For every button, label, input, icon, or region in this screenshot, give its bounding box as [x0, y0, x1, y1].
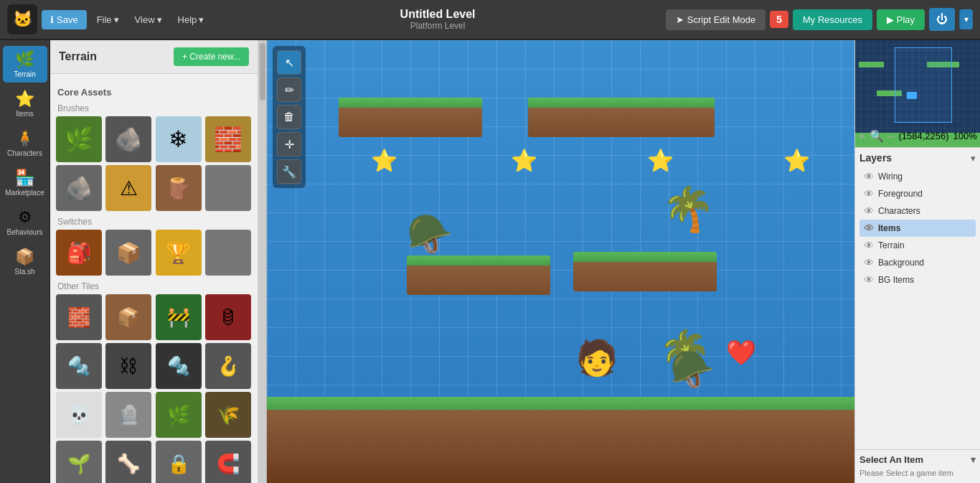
- star-2: ⭐: [511, 148, 537, 173]
- terrain-icon: 🌿: [15, 50, 34, 69]
- dropdown-arrow-button[interactable]: ▾: [959, 9, 973, 29]
- minimap-zoom-in[interactable]: +: [858, 130, 864, 143]
- create-new-button[interactable]: + Create new...: [174, 47, 249, 66]
- select-item-section: Select An Item ▾ Please Select a game it…: [855, 449, 980, 483]
- asset-tile[interactable]: 🧱: [205, 116, 251, 162]
- notification-badge[interactable]: 5: [770, 11, 788, 28]
- help-menu[interactable]: Help ▾: [172, 10, 210, 29]
- layers-chevron-icon[interactable]: ▾: [971, 153, 976, 164]
- sidebar-item-marketplace[interactable]: 🏪 Marketplace: [3, 164, 47, 201]
- layer-item-wiring[interactable]: 👁 Wiring: [859, 168, 976, 185]
- minimap-viewport[interactable]: [895, 47, 952, 123]
- platform-top-right: [528, 98, 715, 137]
- layer-name-foreground: Foreground: [878, 189, 971, 199]
- asset-tile[interactable]: 🌿: [56, 116, 102, 162]
- asset-tile[interactable]: 🌿: [156, 392, 202, 438]
- game-canvas[interactable]: ⭐ ⭐ ⭐ ⭐ 🪖 🌴 🌴 🧑 ❤️ 🪖 ↖ ✏ 🗑 ✛ �: [267, 40, 854, 483]
- asset-tile[interactable]: ❄: [156, 116, 202, 162]
- asset-panel-scrollbar[interactable]: [258, 40, 267, 483]
- layer-visibility-icon[interactable]: 👁: [864, 188, 874, 200]
- minimap-platform: [859, 62, 884, 67]
- power-button[interactable]: ⏻: [929, 8, 955, 31]
- layers-section: Layers ▾ 👁 Wiring 👁 Foreground 👁 Charact…: [855, 148, 980, 449]
- star-1: ⭐: [371, 148, 397, 173]
- move-tool-button[interactable]: ✛: [277, 132, 301, 156]
- draw-tool-button[interactable]: ✏: [277, 78, 301, 102]
- erase-tool-button[interactable]: 🗑: [277, 105, 301, 129]
- minimap-zoom-out[interactable]: –: [888, 130, 895, 143]
- layer-item-characters[interactable]: 👁 Characters: [859, 202, 976, 220]
- layer-item-items[interactable]: 👁 Items: [859, 220, 976, 237]
- asset-tile[interactable]: ⛓: [105, 343, 151, 389]
- app-logo: 🐱: [7, 4, 37, 34]
- settings-tool-button[interactable]: 🔧: [277, 159, 301, 184]
- select-item-chevron-icon[interactable]: ▾: [971, 454, 976, 465]
- layer-visibility-icon[interactable]: 👁: [864, 257, 874, 268]
- sidebar-item-items[interactable]: ⭐ Items: [3, 85, 47, 122]
- platform-mid: [407, 255, 550, 295]
- heart-item: ❤️: [726, 338, 756, 367]
- file-menu[interactable]: File ▾: [91, 10, 125, 29]
- save-button[interactable]: ℹ Save: [42, 10, 87, 29]
- platform-top-left: [339, 98, 482, 137]
- asset-tile[interactable]: [205, 165, 251, 211]
- layer-item-background[interactable]: 👁 Background: [859, 254, 976, 271]
- asset-tile[interactable]: 🏆: [156, 230, 202, 276]
- asset-tile[interactable]: 💀: [56, 392, 102, 438]
- sidebar-item-stash[interactable]: 📦 Sta.sh: [3, 243, 47, 280]
- my-resources-button[interactable]: My Resources: [793, 9, 872, 30]
- layer-visibility-icon[interactable]: 👁: [864, 222, 874, 234]
- layer-name-wiring: Wiring: [878, 172, 971, 182]
- layer-visibility-icon[interactable]: 👁: [864, 171, 874, 182]
- script-icon: ➤: [676, 14, 684, 25]
- asset-tile[interactable]: [205, 230, 251, 276]
- asset-tile[interactable]: 🌱: [56, 441, 102, 483]
- star-3: ⭐: [647, 148, 674, 173]
- script-edit-button[interactable]: ➤ Script Edit Mode: [666, 9, 765, 30]
- asset-tile[interactable]: 🧲: [205, 441, 251, 483]
- asset-tile[interactable]: 🧱: [56, 294, 102, 340]
- select-tool-button[interactable]: ↖: [277, 50, 301, 75]
- stash-label: Sta.sh: [14, 268, 34, 276]
- layer-visibility-icon[interactable]: 👁: [864, 274, 874, 286]
- items-icon: ⭐: [15, 90, 34, 108]
- main-layout: 🌿 Terrain ⭐ Items 🧍 Characters 🏪 Marketp…: [0, 40, 980, 483]
- sidebar-item-terrain[interactable]: 🌿 Terrain: [3, 46, 47, 83]
- sidebar-item-characters[interactable]: 🧍 Characters: [3, 125, 47, 161]
- select-item-title: Select An Item: [859, 454, 923, 465]
- minimap-zoom-search[interactable]: 🔍: [870, 129, 884, 143]
- sidebar-item-behaviours[interactable]: ⚙ Behaviours: [3, 204, 47, 240]
- asset-panel-content: Core Assets Brushes 🌿 🪨 ❄ 🧱 🪨 ⚠ 🪵 Switch…: [50, 74, 258, 483]
- asset-panel-title: Terrain: [59, 50, 97, 63]
- view-menu[interactable]: View ▾: [129, 10, 168, 29]
- play-button[interactable]: ▶ Play: [877, 9, 925, 30]
- asset-tile[interactable]: 🔒: [156, 441, 202, 483]
- asset-tile[interactable]: 🎒: [56, 230, 102, 276]
- asset-tile[interactable]: 🪨: [105, 116, 151, 162]
- asset-tile[interactable]: 🪦: [105, 392, 151, 438]
- switches-grid: 🎒 📦 🏆: [56, 230, 252, 276]
- topbar: 🐱 ℹ Save File ▾ View ▾ Help ▾ Untitled L…: [0, 0, 980, 40]
- asset-tile[interactable]: 📦: [105, 230, 151, 276]
- asset-tile[interactable]: 🔩: [156, 343, 202, 389]
- switches-subtitle: Switches: [57, 217, 252, 227]
- layer-item-bg-items[interactable]: 👁 BG Items: [859, 271, 976, 289]
- layer-visibility-icon[interactable]: 👁: [864, 240, 874, 251]
- asset-tile[interactable]: ⚠: [105, 165, 151, 211]
- asset-tile[interactable]: 🔩: [56, 343, 102, 389]
- game-canvas-area[interactable]: ⭐ ⭐ ⭐ ⭐ 🪖 🌴 🌴 🧑 ❤️ 🪖 ↖ ✏ 🗑 ✛ �: [267, 40, 854, 483]
- asset-tile[interactable]: 🛢: [205, 294, 251, 340]
- layer-item-terrain[interactable]: 👁 Terrain: [859, 237, 976, 254]
- characters-icon: 🧍: [15, 129, 34, 148]
- asset-tile[interactable]: 🦴: [105, 441, 151, 483]
- asset-tile[interactable]: 🪝: [205, 343, 251, 389]
- help-chevron-icon: ▾: [199, 14, 204, 25]
- asset-tile[interactable]: 📦: [105, 294, 151, 340]
- asset-tile[interactable]: 🌾: [205, 392, 251, 438]
- asset-tile[interactable]: 🪵: [156, 165, 202, 211]
- layer-item-foreground[interactable]: 👁 Foreground: [859, 185, 976, 202]
- layer-visibility-icon[interactable]: 👁: [864, 205, 874, 217]
- layer-name-terrain: Terrain: [878, 240, 971, 250]
- asset-tile[interactable]: 🚧: [156, 294, 202, 340]
- asset-tile[interactable]: 🪨: [56, 165, 102, 211]
